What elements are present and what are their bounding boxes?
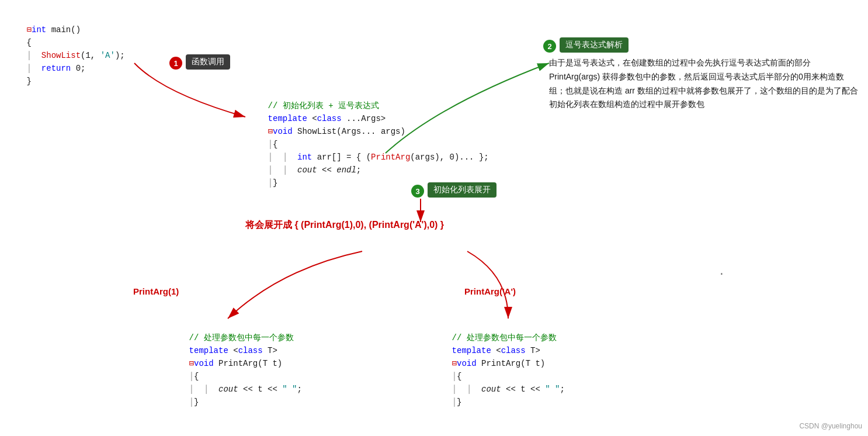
label-initlist: 初始化列表展开 bbox=[428, 182, 497, 198]
annotation-2-text: 由于是逗号表达式，在创建数组的过程中会先执行逗号表达式前面的部分 PrintAr… bbox=[549, 56, 859, 112]
watermark: CSDN @yuelinghou bbox=[799, 422, 862, 430]
printarga-label: PrintArg('A') bbox=[464, 286, 516, 296]
label-comma-expr: 逗号表达式解析 bbox=[560, 37, 629, 53]
dot-decoration: . bbox=[718, 266, 725, 278]
badge-2: 2 bbox=[543, 40, 556, 53]
label-funcall: 函数调用 bbox=[186, 54, 230, 70]
printarg1-brace-close: │} bbox=[169, 383, 199, 421]
printarg2-brace-close: │} bbox=[432, 383, 461, 421]
badge-1: 1 bbox=[169, 57, 182, 70]
printarg1-label: PrintArg(1) bbox=[133, 286, 179, 296]
expand-text: 将会展开成 { (PrintArg(1),0), (PrintArg('A'),… bbox=[245, 219, 444, 231]
page-container: ⊟int main() { │ ShowList(1, 'A'); │ retu… bbox=[0, 0, 868, 436]
showlist-brace-close: │} bbox=[248, 164, 277, 202]
badge-3: 3 bbox=[411, 185, 424, 198]
main-brace-close: } bbox=[7, 62, 32, 101]
